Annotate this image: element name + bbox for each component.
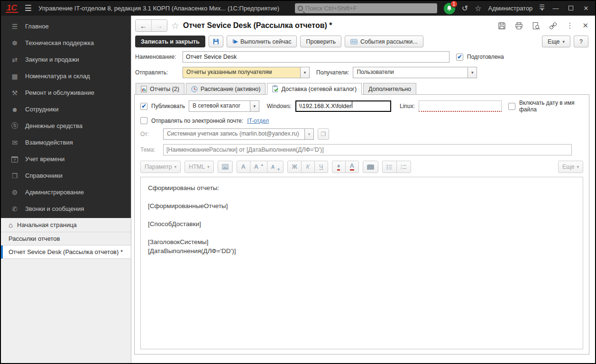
sidebar-item-timetracking[interactable]: 7 Учет времени	[1, 151, 131, 167]
home-page-row[interactable]: ⌂ Начальная страница	[1, 218, 131, 232]
current-user[interactable]: Администратор	[488, 5, 533, 12]
maximize-button[interactable]	[567, 5, 575, 12]
text-color-button: А	[345, 161, 359, 173]
floppy-icon	[212, 38, 220, 45]
form-close-icon[interactable]: ✕	[582, 21, 588, 30]
droplet-icon: ♦	[337, 163, 340, 171]
svg-text:2: 2	[401, 167, 402, 170]
font-style-group: Ж К Ч	[287, 161, 328, 173]
tab-schedule[interactable]: Расписание (активно)	[186, 83, 266, 95]
main-menu-icon[interactable]: ☰	[25, 3, 32, 13]
help-button[interactable]: ?	[574, 36, 588, 47]
it-department-link[interactable]: IT-отдел	[247, 118, 269, 124]
run-now-button[interactable]: ‖▶ Выполнить сейчас	[227, 36, 297, 47]
publish-checkbox[interactable]: ✔	[140, 103, 147, 110]
sidebar-item-tech-support[interactable]: ☸ Техническая поддержка	[1, 35, 131, 51]
chevron-down-icon: ▾	[563, 39, 565, 44]
link-icon[interactable]	[549, 22, 557, 30]
message-body-editor[interactable]: Сформированы отчеты: [СформированныеОтче…	[140, 177, 583, 349]
insert-image-button	[218, 161, 233, 173]
sidebar-item-repair[interactable]: ⚒ Ремонт и обслуживание	[1, 84, 131, 101]
app-title: Управление IT-отделом 8, редакция 3.1 КО…	[38, 5, 279, 12]
chevron-down-icon: ▾	[577, 164, 579, 169]
body-line	[148, 210, 576, 219]
dropdown-arrow-icon[interactable]: ▾	[250, 101, 259, 111]
font-button: А	[237, 161, 250, 173]
send-email-label: Отправлять по электронной почте:	[151, 118, 243, 124]
forward-button[interactable]: →	[151, 20, 167, 31]
name-input[interactable]	[183, 51, 449, 63]
list-group: 1 2	[382, 161, 411, 173]
sidebar-item-money[interactable]: ⓢ Денежные средства	[1, 118, 131, 134]
recipients-combobox[interactable]: Пользователи ▾	[353, 67, 477, 78]
name-label: Наименование:	[135, 54, 179, 60]
tab-reports[interactable]: Отчеты (2)	[136, 83, 184, 95]
font-increase-button: А▴	[250, 161, 267, 173]
publish-label: Публиковать	[151, 103, 185, 109]
notifications-button[interactable]: 1	[444, 3, 455, 14]
sidebar-item-catalogs[interactable]: ❐ Справочники	[1, 167, 131, 184]
sidebar-item-administration[interactable]: ⚙ Администрирование	[1, 184, 131, 200]
dropdown-arrow-icon[interactable]: ▾	[468, 67, 477, 78]
save-icon[interactable]	[498, 22, 506, 30]
preview-icon[interactable]	[532, 22, 540, 30]
color-group: ♦ А	[332, 161, 359, 173]
linux-path-input[interactable]	[419, 100, 502, 112]
sidebar-item-label: Администрирование	[25, 189, 84, 196]
minimize-button[interactable]: —	[551, 5, 560, 12]
run-icon: ‖▶	[232, 38, 238, 45]
more-dots-icon[interactable]: ⋮	[566, 21, 573, 30]
italic-button: К	[301, 161, 315, 173]
dropdown-arrow-icon[interactable]: ▾	[300, 67, 309, 78]
background-color-button	[363, 161, 378, 173]
save-and-close-button[interactable]: Записать и закрыть	[135, 36, 205, 47]
tab-delivery[interactable]: Доставка (сетевой каталог)	[267, 83, 362, 95]
report-icon	[141, 86, 147, 92]
gear-icon: ⚙	[10, 189, 19, 196]
more-label: Еще	[548, 38, 559, 45]
name-row: Наименование: ✔ Подготовлена	[134, 51, 589, 67]
numbered-list-button: 1 2	[396, 161, 411, 173]
sidebar-item-calls[interactable]: ✆ Звонки и сообщения	[1, 200, 131, 217]
sidebar-item-main[interactable]: ☰ Главное	[1, 18, 131, 35]
save-button[interactable]	[209, 36, 223, 47]
sidebar: ☰ Главное ☸ Техническая поддержка ⇄ Заку…	[1, 16, 131, 363]
sidebar-item-employees[interactable]: ☻ Сотрудники	[1, 101, 131, 118]
back-button[interactable]: ←	[136, 20, 151, 31]
mailing-events-button[interactable]: События рассылки...	[345, 36, 423, 47]
titlebar: 1С ☰ Управление IT-отделом 8, редакция 3…	[1, 1, 595, 16]
subject-row: Тема:	[140, 144, 583, 155]
include-date-checkbox[interactable]	[508, 103, 515, 110]
search-input[interactable]	[305, 5, 434, 12]
from-label: От:	[140, 131, 159, 137]
opened-tab-report-active[interactable]: Отчет Sevice Desk (Рассылка отчетов) *	[1, 246, 131, 259]
send-email-checkbox[interactable]	[140, 117, 147, 124]
publish-target-combobox[interactable]: В сетевой каталог ▾	[189, 100, 259, 112]
print-icon[interactable]	[515, 22, 523, 30]
body-line: [ДатаВыполнения(ДЛФ='DD')]	[148, 246, 576, 255]
editor-more-button: Еще ▾	[558, 161, 583, 173]
prepared-checkbox[interactable]: ✔	[456, 54, 463, 61]
history-icon[interactable]: ↺	[462, 5, 468, 12]
favorite-star-icon[interactable]: ☆	[171, 20, 179, 31]
global-search[interactable]	[295, 3, 437, 13]
window-close-button[interactable]: ✕	[582, 5, 590, 12]
sidebar-item-purchases[interactable]: ⇄ Закупки и продажи	[1, 51, 131, 68]
favorites-star-icon[interactable]: ☆	[475, 5, 481, 12]
from-account-combobox: Системная учетная запись (marlin.bot@yan…	[163, 128, 314, 140]
send-mode-combobox[interactable]: Отчеты указанным получателям ▾	[183, 67, 310, 78]
up-mark-icon: ▴	[261, 163, 263, 167]
tab-additional[interactable]: Дополнительно	[363, 83, 416, 95]
envelope-icon: ✉	[10, 139, 19, 146]
sidebar-item-interactions[interactable]: ✉ Взаимодействия	[1, 134, 131, 151]
service-menu-icon[interactable]: ☰ ▾	[539, 6, 545, 11]
more-button[interactable]: Еще ▾	[542, 36, 570, 47]
windows-path-label: Windows:	[267, 103, 292, 109]
windows-path-input[interactable]: \\192.168.X.X\folder	[295, 100, 391, 112]
clock-icon	[191, 86, 198, 92]
opened-tab-mailings[interactable]: Рассылки отчетов	[1, 232, 131, 246]
check-button[interactable]: Проверить	[300, 36, 341, 47]
parameter-button: Параметр ▾	[140, 161, 181, 173]
recipients-value: Пользователи	[353, 67, 468, 78]
sidebar-item-stock[interactable]: ▦ Номенклатура и склад	[1, 68, 131, 84]
